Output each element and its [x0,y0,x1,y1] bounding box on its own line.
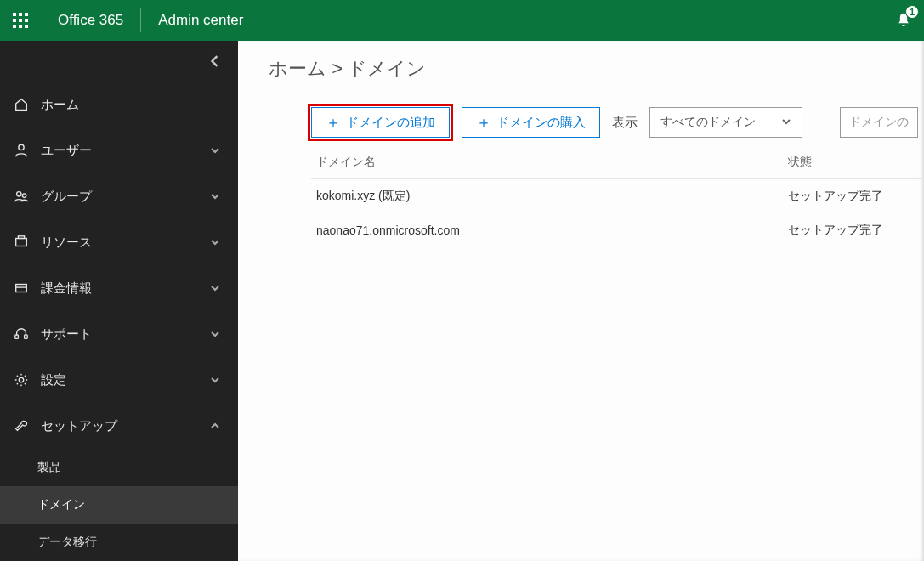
button-label: ドメインの購入 [496,115,586,131]
svg-rect-14 [16,285,27,292]
sidebar-label: 設定 [41,372,209,388]
sidebar-label: ホーム [41,97,221,113]
svg-rect-13 [18,236,24,239]
col-header-status[interactable]: 状態 [788,155,924,170]
svg-rect-5 [25,19,28,22]
sidebar-subitem-domains[interactable]: ドメイン [0,486,238,524]
breadcrumb-separator: > [332,58,343,79]
cell-status: セットアップ完了 [788,189,924,204]
sidebar-label: ドメイン [37,497,221,513]
button-label: ドメインの追加 [346,115,435,131]
left-sidebar: ホーム ユーザー グループ リソース 課金情報 サポート [0,41,238,561]
plus-icon: ＋ [326,115,341,130]
group-icon [12,189,31,204]
chevron-up-icon [209,421,221,431]
svg-point-9 [19,144,24,150]
svg-rect-12 [16,239,27,246]
cell-name: kokomi.xyz (既定) [311,189,788,204]
breadcrumb-home[interactable]: ホーム [269,58,326,79]
chevron-down-icon [209,191,221,201]
filter-dropdown[interactable]: すべてのドメイン [649,107,802,138]
sidebar-item-setup[interactable]: セットアップ [0,403,238,449]
home-icon [12,97,31,112]
sidebar-item-support[interactable]: サポート [0,311,238,357]
sidebar-item-users[interactable]: ユーザー [0,128,238,173]
sidebar-item-billing[interactable]: 課金情報 [0,265,238,311]
cell-name: naonao71.onmicrosoft.com [311,224,788,237]
sidebar-collapse-button[interactable] [0,41,238,82]
notifications-button[interactable]: 1 [883,0,924,41]
svg-rect-2 [25,13,28,16]
wrench-icon [12,418,31,434]
chevron-down-icon [781,116,791,129]
sidebar-item-groups[interactable]: グループ [0,173,238,219]
plus-icon: ＋ [476,115,491,130]
svg-rect-0 [13,13,16,16]
buy-domain-button[interactable]: ＋ ドメインの購入 [462,107,600,138]
sidebar-item-settings[interactable]: 設定 [0,357,238,403]
notifications-badge: 1 [905,5,919,19]
gear-icon [12,372,31,388]
table-row[interactable]: kokomi.xyz (既定) セットアップ完了 [311,179,924,213]
domains-table: ドメイン名 状態 kokomi.xyz (既定) セットアップ完了 naonao… [269,155,924,247]
user-icon [12,143,31,158]
sidebar-item-home[interactable]: ホーム [0,82,238,128]
col-header-name[interactable]: ドメイン名 [311,155,788,170]
sidebar-subitem-data-migration[interactable]: データ移行 [0,524,238,561]
billing-icon [12,280,31,296]
filter-label: 表示 [612,115,638,131]
svg-point-18 [19,377,23,382]
svg-rect-1 [19,13,22,16]
sidebar-label: 課金情報 [41,280,209,297]
chevron-down-icon [209,237,221,247]
sidebar-item-resources[interactable]: リソース [0,219,238,265]
svg-rect-17 [25,335,28,339]
app-header: Office 365 Admin center 1 [0,0,924,41]
sidebar-label: データ移行 [37,535,221,550]
sidebar-label: グループ [41,189,209,205]
svg-rect-4 [19,19,22,22]
sidebar-label: 製品 [37,460,221,475]
dropdown-value: すべてのドメイン [660,115,756,130]
sidebar-label: ユーザー [41,143,209,159]
svg-rect-3 [13,19,16,22]
search-placeholder: ドメインの [849,115,909,130]
sidebar-label: セットアップ [41,418,209,434]
svg-rect-8 [25,25,28,28]
svg-point-11 [22,194,26,198]
toolbar: ＋ ドメインの追加 ＋ ドメインの購入 表示 すべてのドメイン ドメインの [311,107,924,138]
sidebar-subitem-products[interactable]: 製品 [0,449,238,486]
svg-rect-7 [19,25,22,28]
support-icon [12,326,31,342]
main-content: ホーム > ドメイン ＋ ドメインの追加 ＋ ドメインの購入 表示 すべてのドメ… [238,41,924,561]
search-input[interactable]: ドメインの [840,107,918,138]
add-domain-button[interactable]: ＋ ドメインの追加 [311,107,450,138]
sidebar-label: サポート [41,326,209,343]
app-subtitle: Admin center [141,12,260,29]
table-header: ドメイン名 状態 [311,155,924,179]
chevron-down-icon [209,145,221,156]
sidebar-label: リソース [41,235,209,251]
cell-status: セットアップ完了 [788,223,924,238]
resource-icon [12,235,31,250]
chevron-down-icon [209,283,221,293]
app-launcher-icon[interactable] [0,0,41,41]
table-row[interactable]: naonao71.onmicrosoft.com セットアップ完了 [311,213,924,247]
svg-rect-16 [15,335,19,339]
chevron-down-icon [209,375,221,385]
chevron-down-icon [209,329,221,339]
app-title[interactable]: Office 365 [41,12,140,29]
svg-rect-6 [13,25,16,28]
breadcrumb-current: ドメイン [348,58,426,79]
svg-point-10 [17,192,21,196]
breadcrumb: ホーム > ドメイン [269,56,924,82]
